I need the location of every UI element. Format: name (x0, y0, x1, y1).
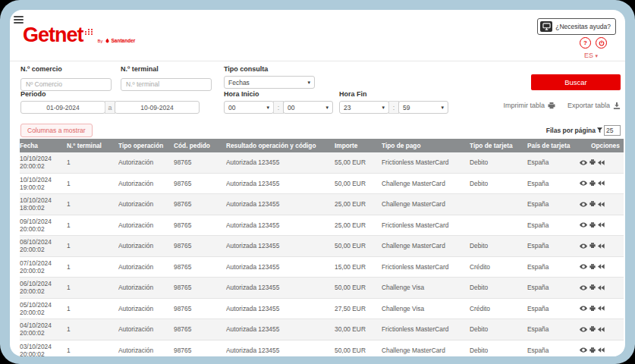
refund-rewind-icon[interactable] (598, 347, 605, 353)
row-date: 10/10/2024 (20, 155, 64, 162)
print-receipt-icon[interactable] (589, 222, 596, 228)
row-time: 20:00:02 (20, 267, 64, 275)
cell-opciones (580, 347, 624, 353)
refund-rewind-icon[interactable] (598, 222, 605, 228)
question-icon[interactable]: ? (580, 37, 591, 49)
print-receipt-icon[interactable] (589, 347, 596, 353)
transactions-table: Fecha N.º terminal Tipo operación Cód. p… (20, 139, 624, 356)
columns-to-show-button[interactable]: Columnas a mostrar (20, 124, 93, 137)
cell-tipo-tarjeta: Debito (470, 242, 527, 249)
rows-per-page-input[interactable] (604, 125, 621, 136)
print-receipt-icon[interactable] (589, 326, 596, 332)
table-row[interactable]: 10/10/2024 20:00:02 1 Autorización 98765… (20, 152, 624, 174)
support-monitor-icon (540, 21, 552, 32)
end-hour-select[interactable]: 23 ▾ (339, 101, 389, 114)
cell-tipo-operacion: Autorización (118, 158, 174, 166)
commerce-input[interactable] (20, 78, 112, 91)
cell-importe: 30,00 EUR (335, 325, 382, 333)
cell-terminal: 1 (67, 221, 118, 229)
export-table-link[interactable]: Exportar tabla (567, 102, 621, 109)
table-row[interactable]: 10/10/2024 19:00:02 1 Autorización 98765… (20, 174, 624, 195)
cell-tipo-pago: Challenge MasterCard (382, 200, 470, 208)
cell-importe: 50,00 EUR (335, 284, 382, 291)
logout-power-icon[interactable] (596, 37, 607, 49)
cell-resultado: Autorizada 123455 (226, 347, 335, 354)
row-time: 20:00:02 (20, 287, 64, 295)
view-detail-eye-icon[interactable] (580, 347, 587, 353)
refund-rewind-icon[interactable] (598, 243, 605, 249)
table-row[interactable]: 05/10/2024 20:00:02 1 Autorización 98765… (20, 299, 624, 320)
cell-terminal: 1 (67, 158, 118, 166)
cell-resultado: Autorizada 123455 (226, 305, 335, 312)
row-time: 20:00:02 (20, 329, 64, 337)
table-row[interactable]: 07/10/2024 20:00:02 1 Autorización 98765… (20, 257, 624, 278)
print-receipt-icon[interactable] (589, 306, 596, 312)
row-time: 19:00:02 (20, 184, 64, 191)
view-detail-eye-icon[interactable] (580, 285, 587, 290)
print-receipt-icon[interactable] (589, 264, 596, 270)
view-detail-eye-icon[interactable] (580, 327, 587, 332)
refund-rewind-icon[interactable] (598, 285, 605, 290)
help-button[interactable]: ¿Necesitas ayuda? (537, 18, 616, 35)
start-hour-select[interactable]: 00 ▾ (224, 101, 274, 114)
rows-per-page-label: Filas por página (546, 127, 596, 134)
start-time-field-group: Hora Inicio 00 ▾ : 00 ▾ (224, 90, 333, 114)
refund-rewind-icon[interactable] (598, 202, 605, 207)
app-page: Getnet By Santander ¿Necesitas ayuda? ? … (10, 10, 625, 356)
search-button[interactable]: Buscar (531, 74, 621, 90)
terminal-input[interactable] (121, 78, 212, 91)
cell-cod-pedido: 98765 (174, 158, 226, 166)
cell-tipo-pago: Challenge MasterCard (382, 180, 470, 187)
refund-rewind-icon[interactable] (598, 306, 605, 311)
cell-opciones (580, 264, 624, 270)
start-minute-select[interactable]: 00 ▾ (283, 101, 333, 114)
refund-rewind-icon[interactable] (598, 264, 605, 269)
table-row[interactable]: 09/10/2024 20:00:02 1 Autorización 98765… (20, 215, 624, 237)
chevron-down-icon: ▾ (595, 53, 598, 58)
table-row[interactable]: 06/10/2024 20:00:02 1 Autorización 98765… (20, 278, 624, 299)
cell-opciones (580, 326, 624, 332)
refund-rewind-icon[interactable] (598, 160, 605, 165)
header-tipo-tarjeta: Tipo de tarjeta (470, 142, 527, 149)
cell-fecha: 10/10/2024 19:00:02 (20, 176, 67, 191)
terminal-label: N.º terminal (121, 65, 212, 73)
print-receipt-icon[interactable] (589, 180, 596, 187)
view-detail-eye-icon[interactable] (580, 264, 587, 269)
row-time: 20:00:02 (20, 350, 64, 356)
cell-fecha: 04/10/2024 20:00:02 (20, 322, 67, 337)
cell-tipo-tarjeta: Crédito (470, 305, 527, 312)
query-type-select[interactable]: Fechas ▾ (224, 76, 315, 89)
print-receipt-icon[interactable] (589, 201, 596, 207)
cell-tipo-operacion: Autorización (118, 221, 174, 229)
print-receipt-icon[interactable] (589, 243, 596, 249)
table-row[interactable]: 03/10/2024 20:00:02 1 Autorización 98765… (20, 340, 624, 357)
header-tipo-operacion: Tipo operación (118, 142, 174, 149)
language-selector[interactable]: ES ▾ (584, 52, 598, 59)
refund-rewind-icon[interactable] (598, 327, 605, 332)
cell-fecha: 08/10/2024 20:00:02 (20, 238, 67, 253)
time-colon-separator: : (273, 101, 284, 114)
row-time: 20:00:02 (20, 162, 64, 170)
view-detail-eye-icon[interactable] (580, 222, 587, 228)
period-to-input[interactable] (115, 101, 200, 114)
refund-rewind-icon[interactable] (598, 180, 605, 186)
view-detail-eye-icon[interactable] (580, 306, 587, 311)
view-detail-eye-icon[interactable] (580, 160, 587, 165)
cell-tipo-tarjeta: Debito (470, 284, 527, 291)
view-detail-eye-icon[interactable] (580, 202, 587, 207)
table-row[interactable]: 08/10/2024 20:00:02 1 Autorización 98765… (20, 236, 624, 257)
cell-cod-pedido: 98765 (174, 221, 226, 229)
print-receipt-icon[interactable] (589, 159, 596, 165)
cell-cod-pedido: 98765 (174, 180, 226, 187)
table-row[interactable]: 10/10/2024 18:00:02 1 Autorización 98765… (20, 194, 624, 215)
time-colon-separator: : (388, 101, 399, 114)
view-detail-eye-icon[interactable] (580, 180, 587, 186)
period-from-input[interactable] (20, 101, 105, 114)
print-receipt-icon[interactable] (589, 284, 596, 290)
view-detail-eye-icon[interactable] (580, 243, 587, 249)
print-table-link[interactable]: Imprimir tabla (503, 102, 555, 109)
language-value: ES (584, 52, 593, 59)
table-row[interactable]: 04/10/2024 20:00:02 1 Autorización 98765… (20, 319, 624, 340)
cell-cod-pedido: 98765 (174, 284, 226, 291)
end-minute-select[interactable]: 59 ▾ (398, 101, 448, 114)
